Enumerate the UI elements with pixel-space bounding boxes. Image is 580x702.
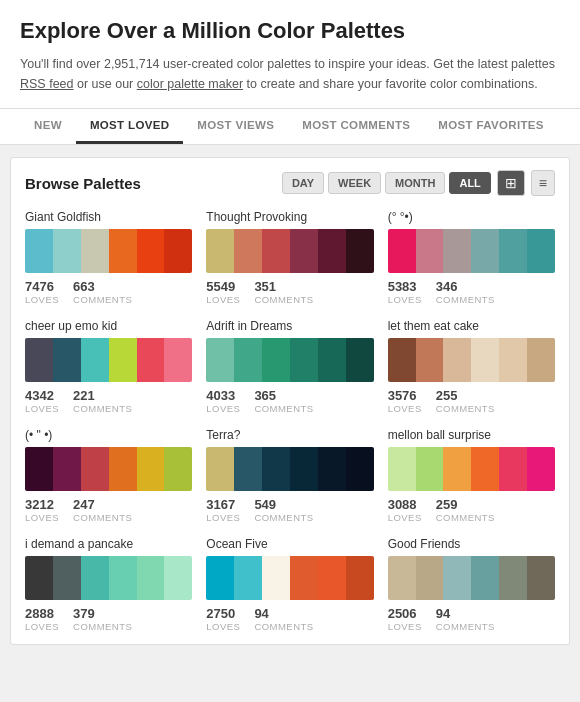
grid-view-button[interactable]: ⊞ bbox=[497, 170, 525, 196]
palette-card[interactable]: Adrift in Dreams4033LOVES365COMMENTS bbox=[206, 319, 373, 414]
color-swatch bbox=[318, 338, 346, 382]
maker-link[interactable]: color palette maker bbox=[137, 77, 243, 91]
palette-card[interactable]: Terra?3167LOVES549COMMENTS bbox=[206, 428, 373, 523]
color-swatch bbox=[290, 338, 318, 382]
loves-stat: 2506LOVES bbox=[388, 606, 422, 632]
loves-value: 3212 bbox=[25, 497, 59, 512]
palette-card[interactable]: (• " •)3212LOVES247COMMENTS bbox=[25, 428, 192, 523]
palette-stats: 7476LOVES663COMMENTS bbox=[25, 279, 192, 305]
color-swatch bbox=[471, 447, 499, 491]
comments-stat: 379COMMENTS bbox=[73, 606, 132, 632]
color-swatch bbox=[109, 556, 137, 600]
palette-name: (° °•) bbox=[388, 210, 555, 224]
loves-label: LOVES bbox=[206, 512, 240, 523]
palette-card[interactable]: mellon ball surprise3088LOVES259COMMENTS bbox=[388, 428, 555, 523]
time-filter-week[interactable]: WEEK bbox=[328, 172, 381, 194]
color-swatch bbox=[290, 556, 318, 600]
color-swatch bbox=[206, 556, 234, 600]
nav-tab-most-favorites[interactable]: MOST FAVORITES bbox=[424, 109, 558, 144]
palette-name: cheer up emo kid bbox=[25, 319, 192, 333]
color-swatch bbox=[527, 229, 555, 273]
palette-card[interactable]: cheer up emo kid4342LOVES221COMMENTS bbox=[25, 319, 192, 414]
color-swatch bbox=[290, 447, 318, 491]
color-swatch bbox=[318, 556, 346, 600]
comments-stat: 247COMMENTS bbox=[73, 497, 132, 523]
loves-value: 2888 bbox=[25, 606, 59, 621]
comments-stat: 549COMMENTS bbox=[254, 497, 313, 523]
nav-tab-most-views[interactable]: MOST VIEWS bbox=[183, 109, 288, 144]
rss-link[interactable]: RSS feed bbox=[20, 77, 74, 91]
palette-swatches bbox=[25, 447, 192, 491]
color-swatch bbox=[262, 338, 290, 382]
palette-card[interactable]: Good Friends2506LOVES94COMMENTS bbox=[388, 537, 555, 632]
color-swatch bbox=[499, 556, 527, 600]
color-swatch bbox=[25, 229, 53, 273]
page-title: Explore Over a Million Color Palettes bbox=[20, 18, 560, 44]
palette-stats: 4342LOVES221COMMENTS bbox=[25, 388, 192, 414]
comments-value: 259 bbox=[436, 497, 495, 512]
palette-name: Ocean Five bbox=[206, 537, 373, 551]
time-filter-day[interactable]: DAY bbox=[282, 172, 324, 194]
color-swatch bbox=[109, 229, 137, 273]
palette-card[interactable]: Giant Goldfish7476LOVES663COMMENTS bbox=[25, 210, 192, 305]
color-swatch bbox=[234, 447, 262, 491]
palette-name: Thought Provoking bbox=[206, 210, 373, 224]
color-swatch bbox=[318, 229, 346, 273]
color-swatch bbox=[262, 556, 290, 600]
comments-stat: 94COMMENTS bbox=[436, 606, 495, 632]
color-swatch bbox=[388, 229, 416, 273]
color-swatch bbox=[290, 229, 318, 273]
time-filter-month[interactable]: MONTH bbox=[385, 172, 445, 194]
color-swatch bbox=[499, 338, 527, 382]
palette-card[interactable]: Ocean Five2750LOVES94COMMENTS bbox=[206, 537, 373, 632]
color-swatch bbox=[443, 338, 471, 382]
nav-tab-new[interactable]: NEW bbox=[20, 109, 76, 144]
color-swatch bbox=[527, 556, 555, 600]
color-swatch bbox=[109, 447, 137, 491]
loves-value: 7476 bbox=[25, 279, 59, 294]
palette-card[interactable]: let them eat cake3576LOVES255COMMENTS bbox=[388, 319, 555, 414]
palette-stats: 3212LOVES247COMMENTS bbox=[25, 497, 192, 523]
comments-stat: 365COMMENTS bbox=[254, 388, 313, 414]
loves-stat: 2888LOVES bbox=[25, 606, 59, 632]
palette-stats: 2506LOVES94COMMENTS bbox=[388, 606, 555, 632]
color-swatch bbox=[527, 447, 555, 491]
loves-label: LOVES bbox=[388, 403, 422, 414]
palette-name: Giant Goldfish bbox=[25, 210, 192, 224]
color-swatch bbox=[262, 229, 290, 273]
comments-value: 549 bbox=[254, 497, 313, 512]
color-swatch bbox=[346, 447, 374, 491]
loves-stat: 5549LOVES bbox=[206, 279, 240, 305]
list-view-button[interactable]: ≡ bbox=[531, 170, 555, 196]
loves-value: 4342 bbox=[25, 388, 59, 403]
palette-card[interactable]: i demand a pancake2888LOVES379COMMENTS bbox=[25, 537, 192, 632]
color-swatch bbox=[262, 447, 290, 491]
color-swatch bbox=[164, 447, 192, 491]
palette-card[interactable]: (° °•)5383LOVES346COMMENTS bbox=[388, 210, 555, 305]
comments-value: 221 bbox=[73, 388, 132, 403]
color-swatch bbox=[109, 338, 137, 382]
color-swatch bbox=[206, 229, 234, 273]
loves-label: LOVES bbox=[388, 621, 422, 632]
palette-card[interactable]: Thought Provoking5549LOVES351COMMENTS bbox=[206, 210, 373, 305]
comments-value: 346 bbox=[436, 279, 495, 294]
nav-tab-most-comments[interactable]: MOST COMMENTS bbox=[288, 109, 424, 144]
time-filter-all[interactable]: ALL bbox=[449, 172, 490, 194]
comments-label: COMMENTS bbox=[436, 403, 495, 414]
comments-value: 351 bbox=[254, 279, 313, 294]
comments-value: 255 bbox=[436, 388, 495, 403]
color-swatch bbox=[527, 338, 555, 382]
comments-stat: 255COMMENTS bbox=[436, 388, 495, 414]
loves-stat: 3088LOVES bbox=[388, 497, 422, 523]
comments-label: COMMENTS bbox=[73, 294, 132, 305]
comments-stat: 663COMMENTS bbox=[73, 279, 132, 305]
palette-grid: Giant Goldfish7476LOVES663COMMENTSThough… bbox=[25, 210, 555, 632]
color-swatch bbox=[499, 447, 527, 491]
color-swatch bbox=[81, 447, 109, 491]
comments-value: 94 bbox=[436, 606, 495, 621]
comments-stat: 259COMMENTS bbox=[436, 497, 495, 523]
nav-tab-most-loved[interactable]: MOST LOVED bbox=[76, 109, 183, 144]
color-swatch bbox=[53, 338, 81, 382]
loves-stat: 3212LOVES bbox=[25, 497, 59, 523]
color-swatch bbox=[164, 556, 192, 600]
